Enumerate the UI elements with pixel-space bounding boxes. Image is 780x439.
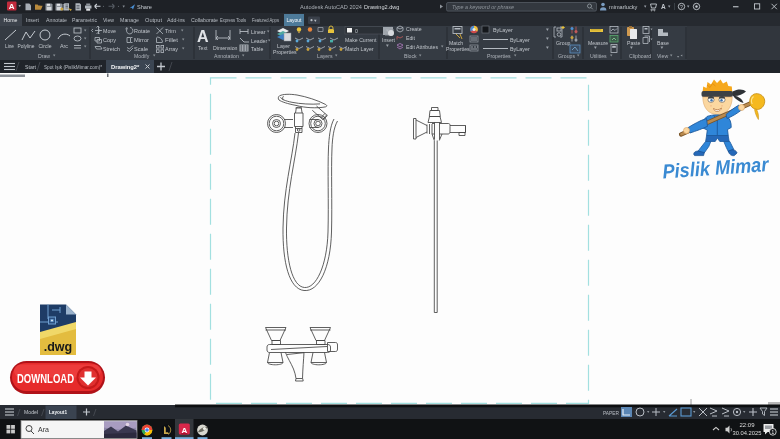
svg-text:Parametric: Parametric (72, 17, 97, 23)
svg-text:Autodesk AutoCAD 2024: Autodesk AutoCAD 2024 (300, 4, 362, 10)
svg-text:Group: Group (556, 40, 571, 46)
svg-text:Base: Base (657, 40, 669, 46)
svg-text:Express Tools: Express Tools (220, 17, 246, 23)
svg-text:Mirror: Mirror (134, 37, 149, 43)
svg-text:Paste: Paste (627, 40, 640, 46)
svg-text:Drawing2*: Drawing2* (111, 64, 140, 70)
svg-text:A: A (9, 2, 15, 11)
svg-text:Arc: Arc (60, 43, 68, 49)
svg-text:1: 1 (771, 430, 774, 435)
svg-text:Trim: Trim (165, 28, 176, 34)
svg-text:Edit: Edit (406, 35, 415, 41)
svg-text:Insert: Insert (382, 37, 396, 43)
svg-text:Text: Text (198, 45, 208, 51)
svg-text:A: A (661, 3, 666, 10)
svg-text:Properties: Properties (487, 53, 511, 59)
svg-text:A: A (197, 28, 209, 45)
svg-text:Copy: Copy (103, 37, 116, 43)
svg-text:Properties: Properties (446, 46, 470, 52)
svg-text:Annotation: Annotation (214, 53, 239, 59)
svg-text:Linear: Linear (251, 29, 266, 35)
svg-text:0: 0 (355, 28, 358, 34)
svg-text:Line: Line (5, 43, 14, 49)
svg-text:ByLayer: ByLayer (510, 46, 530, 52)
svg-text:View: View (657, 53, 668, 59)
svg-text:Match Layer: Match Layer (345, 46, 374, 52)
svg-text:ByLayer: ByLayer (510, 37, 530, 43)
svg-text:30.04.2025: 30.04.2025 (733, 430, 762, 436)
svg-text:Collaborate: Collaborate (191, 17, 218, 23)
svg-text:Block: Block (404, 53, 417, 59)
svg-text:Modify: Modify (134, 53, 150, 59)
svg-text:Draw: Draw (38, 53, 50, 59)
svg-text:Output: Output (145, 17, 162, 23)
svg-text:ByLayer: ByLayer (493, 27, 513, 33)
svg-text:View: View (103, 17, 114, 23)
svg-text:Home: Home (4, 17, 18, 23)
svg-text:Clipboard: Clipboard (629, 53, 651, 59)
svg-text:Circle: Circle (39, 43, 52, 49)
svg-text:Ara: Ara (38, 426, 49, 433)
svg-text:Dimension: Dimension (213, 45, 238, 51)
svg-text:DOWNLOAD: DOWNLOAD (17, 372, 74, 386)
svg-text:Start: Start (25, 64, 36, 70)
svg-text:Layers: Layers (317, 53, 333, 59)
svg-text:Model: Model (24, 409, 38, 415)
svg-text:Edit Attributes: Edit Attributes (406, 44, 438, 50)
svg-text:Rotate: Rotate (134, 28, 150, 34)
svg-text:22:09: 22:09 (740, 422, 755, 428)
svg-text:Array: Array (165, 46, 178, 52)
svg-text:Insert: Insert (26, 17, 39, 23)
svg-text:Fillet: Fillet (165, 37, 179, 43)
svg-text:Polyline: Polyline (18, 43, 35, 49)
svg-text:Featured Apps: Featured Apps (252, 17, 279, 23)
svg-text:Move: Move (103, 28, 116, 34)
svg-text:Add-ins: Add-ins (167, 17, 185, 23)
svg-text:Share: Share (137, 4, 152, 10)
svg-text:Leader: Leader (251, 38, 267, 44)
svg-text:Layout1: Layout1 (49, 409, 67, 415)
svg-text:Make Current: Make Current (345, 37, 377, 43)
svg-text:?: ? (680, 4, 683, 10)
svg-text:PAPER: PAPER (603, 410, 619, 416)
svg-text:Manage: Manage (120, 17, 139, 23)
svg-text:Type a keyword or phrase: Type a keyword or phrase (452, 4, 514, 10)
svg-text:.dwg: .dwg (44, 340, 72, 354)
svg-text:Scale: Scale (134, 46, 148, 52)
svg-text:Layout: Layout (287, 17, 302, 23)
svg-text:Properties: Properties (273, 49, 297, 55)
svg-text:Drawing2.dwg: Drawing2.dwg (364, 4, 399, 10)
svg-text:Stretch: Stretch (103, 46, 120, 52)
svg-text:Annotate: Annotate (46, 17, 67, 23)
svg-text:Utilities: Utilities (590, 53, 607, 59)
svg-text:Table: Table (251, 46, 264, 52)
svg-text:mimarlucky: mimarlucky (609, 4, 637, 10)
svg-text:Create: Create (406, 26, 422, 32)
svg-text:Spot Işık (PislikMimar.com)*: Spot Işık (PislikMimar.com)* (44, 64, 103, 70)
svg-text:Measure: Measure (588, 40, 608, 46)
svg-text:Groups: Groups (558, 53, 575, 59)
